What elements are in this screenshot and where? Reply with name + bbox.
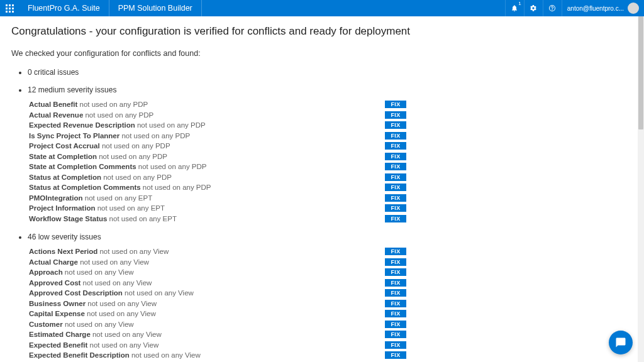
issue-row: Workflow Stage Status not used on any EP…: [29, 214, 406, 224]
fix-button[interactable]: FIX: [385, 184, 406, 191]
issue-row: Approach not used on any ViewFIX: [29, 267, 406, 278]
issue-row: State at Completion not used on any PDPF…: [29, 151, 406, 162]
issue-row: Status at Completion Comments not used o…: [29, 182, 406, 193]
medium-section: 12 medium severity issues Actual Benefit…: [28, 85, 633, 224]
fix-button[interactable]: FIX: [385, 153, 406, 160]
issue-field: Expected Benefit: [29, 341, 87, 349]
settings-button[interactable]: [524, 0, 543, 16]
issue-row: Capital Expense not used on any ViewFIX: [29, 309, 406, 319]
issue-text: Is Sync Project To Planner not used on a…: [29, 132, 369, 140]
issue-row: Actual Revenue not used on any PDPFIX: [29, 110, 406, 121]
product-label[interactable]: PPM Solution Builder: [109, 0, 202, 16]
issue-row: Estimated Charge not used on any ViewFIX: [29, 329, 406, 340]
issue-text: State at Completion not used on any PDP: [29, 153, 369, 160]
issue-field: Is Sync Project To Planner: [29, 132, 119, 140]
issue-field: Actions Next Period: [29, 248, 97, 255]
user-label: anton@fluentpro.c...: [567, 5, 624, 12]
issue-row: Project Information not used on any EPTF…: [29, 203, 406, 214]
issue-text: Actual Benefit not used on any PDP: [29, 101, 369, 108]
fix-button[interactable]: FIX: [385, 321, 406, 328]
fix-button[interactable]: FIX: [385, 215, 406, 222]
issue-field: Project Cost Accrual: [29, 142, 100, 150]
issue-text: Capital Expense not used on any View: [29, 310, 369, 317]
fix-button[interactable]: FIX: [385, 132, 406, 140]
issue-row: Expected Benefit Description not used on…: [29, 350, 406, 361]
issue-text: State at Completion Comments not used on…: [29, 163, 369, 170]
issue-field: Expected Revenue Description: [29, 121, 135, 129]
issue-row: Status at Completion not used on any PDP…: [29, 172, 406, 183]
issue-text: Actions Next Period not used on any View: [29, 248, 369, 255]
low-label: 46 low severity issues: [28, 233, 633, 241]
issue-field: Estimated Charge: [29, 331, 91, 338]
scrollbar-thumb[interactable]: [638, 16, 643, 129]
fix-button[interactable]: FIX: [385, 289, 406, 297]
issue-field: State at Completion Comments: [29, 163, 136, 170]
issue-text: Project Cost Accrual not used on any PDP: [29, 142, 369, 150]
page-title: Congratulations - your configuration is …: [11, 25, 633, 38]
issue-field: Status at Completion: [29, 173, 101, 181]
fix-button[interactable]: FIX: [385, 268, 406, 276]
user-menu[interactable]: anton@fluentpro.c...: [562, 0, 644, 16]
issue-field: Project Information: [29, 204, 95, 212]
fix-button[interactable]: FIX: [385, 173, 406, 181]
issue-text: Approved Cost Description not used on an…: [29, 289, 369, 297]
issue-text: Expected Benefit not used on any View: [29, 341, 369, 349]
medium-label: 12 medium severity issues: [28, 85, 633, 94]
fix-button[interactable]: FIX: [385, 300, 406, 307]
issue-field: PMOIntegration: [29, 194, 83, 202]
fix-button[interactable]: FIX: [385, 248, 406, 255]
chat-button[interactable]: [609, 331, 633, 354]
notification-count: 1: [518, 1, 521, 6]
app-launcher-button[interactable]: [0, 0, 19, 16]
issue-field: Actual Charge: [29, 258, 78, 266]
issue-row: Approved Cost Description not used on an…: [29, 288, 406, 299]
chat-icon: [615, 337, 626, 348]
issue-field: Expected Benefit Description: [29, 351, 130, 359]
issue-field: Status at Completion Comments: [29, 184, 141, 191]
fix-button[interactable]: FIX: [385, 101, 406, 108]
issue-field: Workflow Stage Status: [29, 215, 107, 222]
main-content: Congratulations - your configuration is …: [0, 16, 644, 362]
fix-button[interactable]: FIX: [385, 142, 406, 150]
brand-label[interactable]: FluentPro G.A. Suite: [19, 0, 109, 16]
notifications-button[interactable]: 1: [505, 0, 524, 16]
issue-text: Actual Revenue not used on any PDP: [29, 111, 369, 119]
issue-field: Approved Cost Description: [29, 289, 123, 297]
issue-text: Approach not used on any View: [29, 268, 369, 276]
fix-button[interactable]: FIX: [385, 194, 406, 202]
fix-button[interactable]: FIX: [385, 258, 406, 266]
fix-button[interactable]: FIX: [385, 204, 406, 212]
top-header: FluentPro G.A. Suite PPM Solution Builde…: [0, 0, 644, 16]
issue-text: Business Owner not used on any View: [29, 300, 369, 307]
issue-row: Project Cost Accrual not used on any PDP…: [29, 141, 406, 151]
issue-text: Status at Completion not used on any PDP: [29, 173, 369, 181]
issue-field: Actual Revenue: [29, 111, 83, 119]
fix-button[interactable]: FIX: [385, 331, 406, 338]
issue-field: Business Owner: [29, 300, 86, 307]
issue-row: Is Sync Project To Planner not used on a…: [29, 131, 406, 141]
waffle-icon: [6, 4, 14, 13]
help-button[interactable]: [543, 0, 562, 16]
fix-button[interactable]: FIX: [385, 111, 406, 119]
issue-row: State at Completion Comments not used on…: [29, 162, 406, 172]
avatar: [628, 3, 639, 14]
gear-icon: [530, 4, 537, 12]
issue-text: PMOIntegration not used on any EPT: [29, 194, 369, 202]
fix-button[interactable]: FIX: [385, 351, 406, 359]
issue-text: Approved Cost not used on any View: [29, 279, 369, 287]
fix-button[interactable]: FIX: [385, 121, 406, 129]
fix-button[interactable]: FIX: [385, 279, 406, 287]
critical-section: 0 critical issues: [28, 68, 633, 77]
fix-button[interactable]: FIX: [385, 341, 406, 349]
issue-field: Approach: [29, 268, 63, 276]
scrollbar-track[interactable]: [638, 16, 644, 362]
fix-button[interactable]: FIX: [385, 310, 406, 317]
fix-button[interactable]: FIX: [385, 163, 406, 170]
issue-field: Customer: [29, 321, 63, 328]
issue-row: PMOIntegration not used on any EPTFIX: [29, 193, 406, 204]
issue-text: Expected Revenue Description not used on…: [29, 121, 369, 129]
issue-row: Actual Charge not used on any ViewFIX: [29, 257, 406, 268]
help-icon: [548, 4, 556, 12]
issue-text: Status at Completion Comments not used o…: [29, 184, 369, 191]
issue-text: Estimated Charge not used on any View: [29, 331, 369, 338]
